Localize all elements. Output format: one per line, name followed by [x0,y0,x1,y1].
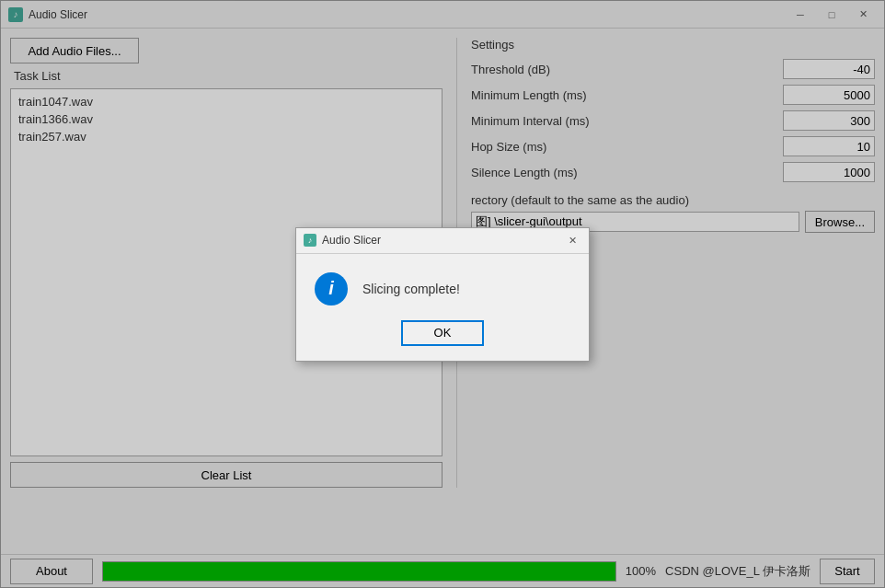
modal-footer: OK [296,320,589,361]
modal-title-text: Audio Slicer [322,234,381,247]
modal-message: Slicing complete! [362,282,460,296]
info-icon: i [315,272,348,306]
ok-button[interactable]: OK [401,320,484,346]
modal-body: i Slicing complete! [296,254,589,320]
modal-app-icon: ♪ [304,234,316,247]
modal-title-left: ♪ Audio Slicer [304,234,381,247]
modal-title-bar: ♪ Audio Slicer ✕ [296,228,589,254]
modal-window: ♪ Audio Slicer ✕ i Slicing complete! OK [295,227,590,362]
modal-close-button[interactable]: ✕ [563,232,581,248]
modal-overlay: ♪ Audio Slicer ✕ i Slicing complete! OK [0,0,885,588]
